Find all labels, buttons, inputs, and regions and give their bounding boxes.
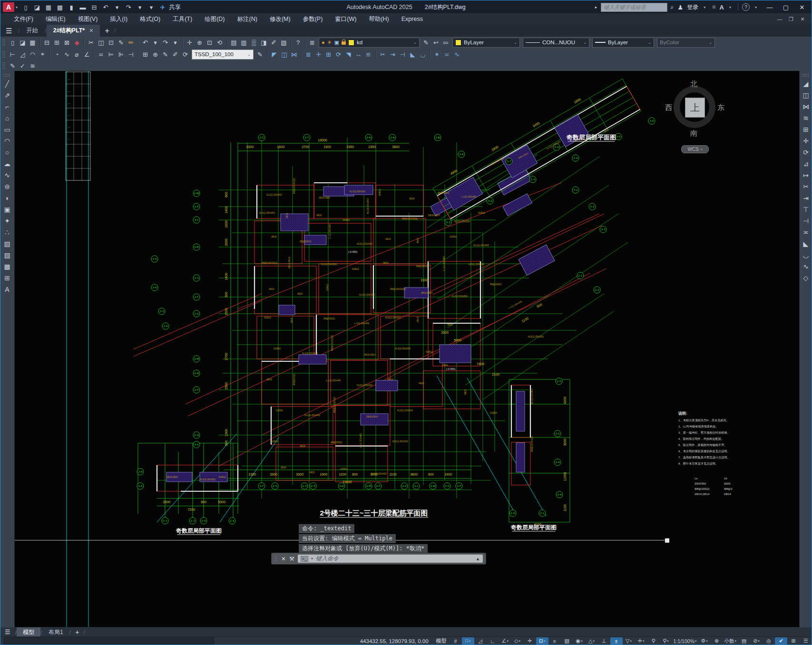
command-close-icon[interactable]: ✕: [281, 556, 286, 562]
add-layout-button[interactable]: +: [71, 628, 83, 636]
layer-thaw-icon[interactable]: ☀: [327, 40, 332, 46]
color-dropdown[interactable]: ByLayer ⌄: [452, 38, 520, 48]
tool-palettes-button[interactable]: ▒: [249, 38, 259, 47]
command-input[interactable]: >_ ▾ 键入命令 ▲: [298, 555, 483, 563]
mod-offset-button[interactable]: ≣: [303, 50, 313, 59]
mod-rotate-button[interactable]: ⟳: [333, 50, 343, 59]
toolbar-grip[interactable]: [3, 73, 11, 77]
cart-icon[interactable]: ⌗: [712, 3, 715, 11]
zoom-window-button[interactable]: ⊡: [205, 38, 215, 47]
dim-update-button[interactable]: ⟳: [180, 50, 190, 59]
menu-6[interactable]: 工具(T): [166, 13, 198, 25]
status-snap[interactable]: ∷▾: [462, 637, 474, 645]
mod-join-button[interactable]: ≍: [800, 227, 812, 238]
dim-angular-button[interactable]: ∠: [82, 50, 92, 59]
dim-diameter-button[interactable]: ⌀: [72, 50, 82, 59]
status-quickprops[interactable]: ▤: [738, 637, 750, 645]
mod-mirror-button[interactable]: ⋈: [800, 101, 812, 112]
markup-button[interactable]: ✐: [269, 38, 279, 47]
draw-revcloud-button[interactable]: ☁: [1, 158, 13, 169]
layer-on-icon[interactable]: ●: [322, 40, 325, 45]
tssd-dropdown-caret-icon[interactable]: ⌄: [247, 52, 251, 57]
status-cleanscreen[interactable]: ⊞: [787, 637, 800, 645]
draw-arc-button[interactable]: ◠: [1, 135, 13, 147]
compass-south[interactable]: 南: [690, 129, 697, 138]
mod-move-button[interactable]: ✛: [313, 50, 323, 59]
draw-circle-button[interactable]: ○: [1, 147, 13, 158]
match-properties-button[interactable]: ✎: [116, 38, 126, 47]
status-graphics[interactable]: ✔: [775, 637, 787, 645]
properties-button[interactable]: ▤: [229, 38, 239, 47]
mod-array-button[interactable]: ⊞: [800, 124, 812, 135]
block-edit-button[interactable]: ✏: [126, 38, 136, 47]
draw-rectangle-button[interactable]: ▭: [1, 124, 13, 135]
command-bar-grip[interactable]: [274, 556, 278, 562]
autocad-logo[interactable]: A: [3, 2, 14, 12]
mod-trim-button[interactable]: ✂: [378, 50, 388, 59]
mod-stretch-button[interactable]: ↔: [353, 50, 363, 59]
search-collapse-icon[interactable]: ▸: [595, 5, 597, 10]
command-settings-icon[interactable]: ⚒: [289, 556, 294, 562]
undo-drop[interactable]: ▾: [112, 2, 122, 12]
draw-mtext-button[interactable]: A: [1, 284, 13, 295]
toolbar-grip[interactable]: [2, 39, 6, 46]
wcs-dropdown[interactable]: WCS▾: [681, 145, 709, 153]
menu-12[interactable]: 帮助(H): [362, 13, 395, 25]
status-annotation-vis[interactable]: ⚲: [647, 637, 660, 645]
mod-fillet-button[interactable]: ◡: [418, 50, 428, 59]
mod-chamfer-button[interactable]: ◣: [408, 50, 418, 59]
mod-copy-button[interactable]: ◫: [800, 89, 812, 101]
linetype-dropdown[interactable]: CON...NUOU ⌄: [523, 38, 589, 48]
toolbar-grip[interactable]: [2, 50, 6, 58]
status-dynucs[interactable]: ⊥: [598, 637, 610, 645]
toolbar-grip[interactable]: [802, 73, 810, 77]
edit-text-button[interactable]: ✎: [8, 61, 18, 70]
minimize-button[interactable]: —: [763, 4, 776, 11]
mod-erase-button[interactable]: ◢: [800, 78, 812, 89]
mod-rotate-button[interactable]: ⟳: [800, 147, 812, 158]
mod-scale-button[interactable]: ⊿: [800, 158, 812, 169]
menu-5[interactable]: 格式(O): [134, 13, 166, 25]
dim-edit-button[interactable]: ✎: [160, 50, 170, 59]
layout-menu-icon[interactable]: ☰: [0, 627, 15, 637]
mod-fillet-button[interactable]: ◡: [800, 249, 812, 261]
dim-baseline-button[interactable]: ⊫: [116, 50, 126, 59]
layer-dropdown[interactable]: ● ☀ ▣ kd ⌄: [319, 38, 420, 48]
zoom-realtime-button[interactable]: ⊕: [195, 38, 205, 47]
zoom-previous-button[interactable]: ⟲: [215, 38, 225, 47]
copy-clip-button[interactable]: ◫: [96, 38, 106, 47]
open-button[interactable]: ◪: [18, 38, 28, 47]
mod-align-button[interactable]: ≌: [363, 50, 373, 59]
tab-layout1[interactable]: 布局1: [42, 627, 69, 637]
paste-button[interactable]: ⊡: [106, 38, 116, 47]
save-to-mobile-button[interactable]: ▬: [78, 2, 88, 12]
status-units[interactable]: 小数▾: [723, 637, 738, 645]
status-workspace[interactable]: ⚙▾: [698, 637, 710, 645]
open-button[interactable]: ◪: [32, 2, 42, 12]
dim-linear-button[interactable]: ⊢: [8, 50, 18, 59]
menu-2[interactable]: 编辑(E): [39, 13, 72, 25]
color-dropdown-caret-icon[interactable]: ⌄: [514, 40, 517, 45]
dim-text-edit-button[interactable]: ✐: [170, 50, 180, 59]
help-button[interactable]: ?: [293, 38, 303, 47]
menu-10[interactable]: 参数(P): [297, 13, 329, 25]
mod-mirror-button[interactable]: ⋈: [289, 50, 299, 59]
undo-button[interactable]: ↶: [140, 38, 150, 47]
qat-drop[interactable]: ▾: [146, 2, 157, 12]
mod-stretch-button[interactable]: ↦: [800, 169, 812, 181]
designcenter-button[interactable]: ▥: [239, 38, 249, 47]
mod-blend-button[interactable]: ∿: [800, 261, 812, 272]
dim-break-button[interactable]: ⊣: [126, 50, 136, 59]
layer-previous-button[interactable]: ↩: [431, 38, 441, 47]
undo-drop[interactable]: ▾: [150, 38, 160, 47]
dim-aligned-button[interactable]: ◿: [18, 50, 28, 59]
tab-document[interactable]: 2#结构PLT*✕: [47, 25, 100, 37]
status-annoscale[interactable]: 1:1/100%▾: [672, 637, 698, 645]
layer-vpfreeze-icon[interactable]: ▣: [334, 40, 339, 46]
tab-start[interactable]: 开始: [20, 25, 45, 37]
tab-close-icon[interactable]: ✕: [89, 28, 93, 33]
menu-9[interactable]: 修改(M): [264, 13, 297, 25]
draw-spline-button[interactable]: ∿: [1, 169, 13, 181]
compass-north[interactable]: 北: [690, 79, 697, 89]
mod-break-button[interactable]: ⊣: [800, 215, 812, 227]
